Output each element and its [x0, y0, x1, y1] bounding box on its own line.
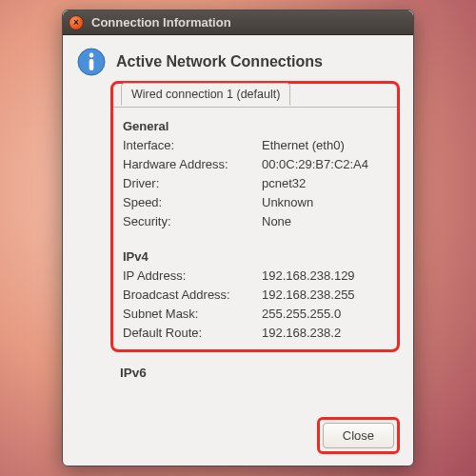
- tab-wired-connection[interactable]: Wired connection 1 (default): [121, 83, 290, 106]
- section-gap: [123, 233, 387, 243]
- label-hwaddr: Hardware Address:: [123, 157, 256, 171]
- label-subnet: Subnet Mask:: [123, 307, 256, 321]
- value-security: None: [262, 214, 387, 228]
- value-driver: pcnet32: [262, 176, 387, 190]
- label-driver: Driver:: [123, 176, 256, 190]
- label-speed: Speed:: [123, 195, 256, 209]
- section-title-general: General: [123, 119, 387, 133]
- label-interface: Interface:: [123, 138, 256, 152]
- svg-rect-2: [89, 59, 94, 70]
- dialog-footer: Close: [63, 417, 413, 466]
- value-broadcast: 192.168.238.255: [262, 288, 387, 302]
- label-broadcast: Broadcast Address:: [123, 288, 256, 302]
- value-ip: 192.168.238.129: [262, 268, 387, 283]
- page-title: Active Network Connections: [116, 53, 323, 70]
- highlight-box-close: Close: [317, 417, 400, 454]
- section-title-ipv4: IPv4: [123, 249, 387, 264]
- label-security: Security:: [123, 214, 256, 228]
- close-button[interactable]: Close: [323, 423, 394, 448]
- value-speed: Unknown: [262, 195, 387, 209]
- dialog-body: Active Network Connections Wired connect…: [63, 35, 413, 417]
- connection-details-grid: General Interface: Ethernet (eth0) Hardw…: [123, 117, 387, 340]
- label-ip: IP Address:: [123, 268, 256, 283]
- svg-point-1: [89, 53, 94, 58]
- header-row: Active Network Connections: [76, 47, 400, 77]
- highlight-box-connection: Wired connection 1 (default) General Int…: [110, 81, 400, 352]
- info-icon: [76, 47, 107, 77]
- tab-bar: Wired connection 1 (default): [113, 84, 397, 108]
- value-hwaddr: 00:0C:29:B7:C2:A4: [262, 157, 387, 171]
- section-title-ipv6: IPv6: [120, 366, 400, 380]
- label-route: Default Route:: [123, 326, 256, 340]
- value-interface: Ethernet (eth0): [262, 138, 387, 152]
- titlebar: × Connection Information: [63, 10, 413, 35]
- value-route: 192.168.238.2: [262, 326, 387, 340]
- window-title: Connection Information: [91, 15, 231, 30]
- value-subnet: 255.255.255.0: [262, 307, 387, 321]
- connection-info-dialog: × Connection Information Active Network …: [62, 10, 414, 466]
- close-icon[interactable]: ×: [69, 15, 84, 30]
